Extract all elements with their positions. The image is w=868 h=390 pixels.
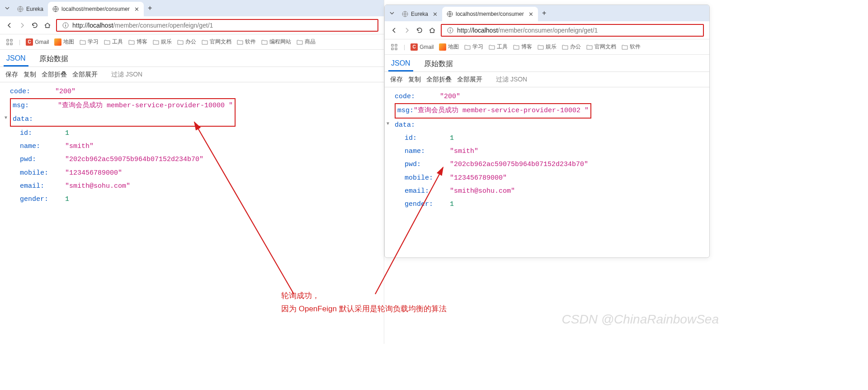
json-key: code <box>10 85 55 98</box>
tab-raw[interactable]: 原始数据 <box>37 54 71 67</box>
copy-button[interactable]: 复制 <box>408 76 421 84</box>
folder-icon <box>104 39 110 45</box>
bookmark-folder[interactable]: 商品 <box>297 38 316 46</box>
close-icon[interactable]: ✕ <box>134 6 139 13</box>
bookmark-folder[interactable]: 编程网站 <box>261 38 291 46</box>
tab-title: localhost/member/consumer <box>456 11 524 17</box>
collapse-button[interactable]: 全部折叠 <box>426 76 452 84</box>
bookmark-folder[interactable]: 官网文档 <box>202 38 231 46</box>
svg-point-3 <box>65 24 66 24</box>
forward-icon[interactable] <box>403 26 411 34</box>
save-button[interactable]: 保存 <box>390 76 403 84</box>
url-text: http://localhost/member/consumer/openfei… <box>457 27 698 34</box>
svg-rect-16 <box>392 48 393 50</box>
apps-icon[interactable] <box>390 43 398 51</box>
json-key: pwd <box>20 153 65 166</box>
tab-list-chevron-icon[interactable] <box>2 5 13 11</box>
tab-localhost[interactable]: localhost/member/consumer ✕ <box>48 2 144 16</box>
bookmark-folder[interactable]: 娱乐 <box>153 38 172 46</box>
json-key[interactable]: data <box>13 113 58 126</box>
svg-rect-8 <box>10 43 12 45</box>
map-icon <box>439 43 446 51</box>
bookmark-gmail[interactable]: CGmail <box>26 38 49 46</box>
expand-button[interactable]: 全部展开 <box>72 71 98 79</box>
bookmark-folder[interactable]: 软件 <box>622 43 641 51</box>
back-icon[interactable] <box>5 21 14 29</box>
expand-button[interactable]: 全部展开 <box>457 76 482 84</box>
tab-raw[interactable]: 原始数据 <box>421 59 456 71</box>
viewer-tabs: JSON 原始数据 <box>0 50 384 67</box>
new-tab-button[interactable]: + <box>538 9 551 17</box>
address-bar[interactable]: http://localhost/member/consumer/openfei… <box>56 19 378 32</box>
viewer-toolbar: 保存 复制 全部折叠 全部展开 过滤 JSON <box>385 72 709 87</box>
bookmark-folder[interactable]: 工具 <box>104 38 123 46</box>
svg-rect-5 <box>7 39 9 41</box>
bookmark-map[interactable]: 地图 <box>54 38 74 46</box>
copy-button[interactable]: 复制 <box>24 71 36 79</box>
json-key: msg <box>13 99 58 112</box>
folder-icon <box>261 39 268 45</box>
reload-icon[interactable] <box>31 21 39 29</box>
json-value: "查询会员成功 member-service-provider-10002 " <box>414 107 589 114</box>
viewer-tabs: JSON 原始数据 <box>385 55 709 72</box>
tab-list-chevron-icon[interactable] <box>387 10 397 16</box>
annotation-caption: 轮询成功， 因为 OpenFeign 默认采用是轮询负载均衡的算法 <box>281 290 447 316</box>
apps-icon[interactable] <box>5 38 14 46</box>
home-icon[interactable] <box>43 21 52 29</box>
save-button[interactable]: 保存 <box>5 71 18 79</box>
reload-icon[interactable] <box>415 26 424 34</box>
json-value: "202cb962ac59075b964b07152d234b70" <box>65 153 203 166</box>
info-icon[interactable] <box>446 26 454 34</box>
folder-icon <box>489 44 495 50</box>
tab-bar: Eureka ✕ localhost/member/consumer ✕ + <box>385 5 709 21</box>
home-icon[interactable] <box>428 26 436 34</box>
collapse-button[interactable]: 全部折叠 <box>42 71 67 79</box>
folder-icon <box>128 39 135 45</box>
watermark-text: CSDN @ChinaRainbowSea <box>562 312 719 327</box>
bookmark-folder[interactable]: 办公 <box>177 38 196 46</box>
svg-rect-13 <box>450 30 450 32</box>
info-icon[interactable] <box>61 21 70 29</box>
tab-title: Eureka <box>411 11 428 17</box>
folder-icon <box>586 44 593 50</box>
tab-localhost[interactable]: localhost/member/consumer ✕ <box>442 7 538 21</box>
json-value: "smith@sohu.com" <box>65 180 130 193</box>
msg-highlight-box: msg"查询会员成功 member-service-provider-10000… <box>10 98 236 127</box>
bookmark-gmail[interactable]: CGmail <box>410 43 434 51</box>
svg-rect-14 <box>392 44 393 46</box>
globe-icon <box>447 11 453 17</box>
bookmark-folder[interactable]: 官网文档 <box>586 43 616 51</box>
filter-input[interactable]: 过滤 JSON <box>496 76 527 84</box>
bookmark-folder[interactable]: 办公 <box>562 43 581 51</box>
viewer-toolbar: 保存 复制 全部折叠 全部展开 过滤 JSON <box>0 67 384 82</box>
filter-input[interactable]: 过滤 JSON <box>111 71 142 79</box>
json-key: name <box>20 140 65 153</box>
close-icon[interactable]: ✕ <box>433 11 438 18</box>
msg-highlight-box: msg"查询会员成功 member-service-provider-10002… <box>395 103 591 118</box>
bookmark-folder[interactable]: 工具 <box>489 43 508 51</box>
back-icon[interactable] <box>390 26 398 34</box>
folder-icon <box>622 44 628 50</box>
new-tab-button[interactable]: + <box>144 4 156 12</box>
tab-eureka[interactable]: Eureka <box>13 2 48 16</box>
svg-rect-6 <box>10 39 12 41</box>
bookmark-map[interactable]: 地图 <box>439 43 459 51</box>
bookmark-folder[interactable]: 软件 <box>237 38 256 46</box>
tab-eureka[interactable]: Eureka ✕ <box>397 7 442 21</box>
json-key: mobile <box>20 166 65 180</box>
address-bar[interactable]: http://localhost/member/consumer/openfei… <box>441 24 704 37</box>
bookmark-folder[interactable]: 博客 <box>128 38 147 46</box>
close-icon[interactable]: ✕ <box>528 11 533 18</box>
tab-json[interactable]: JSON <box>388 59 413 71</box>
json-key[interactable]: data <box>395 119 440 132</box>
bookmark-folder[interactable]: 博客 <box>513 43 532 51</box>
bookmark-folder[interactable]: 学习 <box>80 38 99 46</box>
bookmark-folder[interactable]: 娱乐 <box>538 43 557 51</box>
map-icon <box>54 38 61 46</box>
globe-icon <box>17 6 24 12</box>
folder-icon <box>202 39 208 45</box>
tab-title: Eureka <box>26 6 43 12</box>
bookmark-folder[interactable]: 学习 <box>464 43 483 51</box>
forward-icon[interactable] <box>18 21 26 29</box>
tab-json[interactable]: JSON <box>4 54 28 67</box>
